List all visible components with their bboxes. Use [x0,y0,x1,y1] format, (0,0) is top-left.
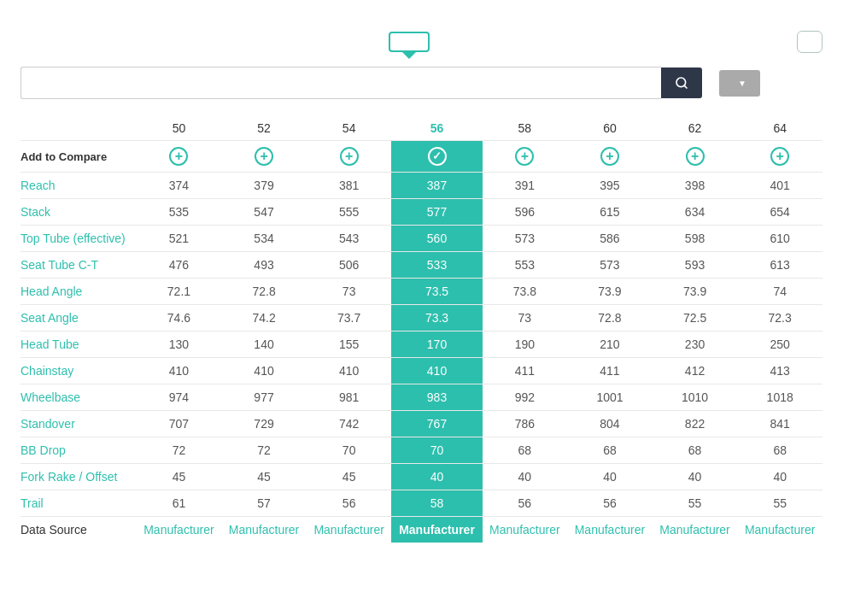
cell-4-0: 476 [137,252,222,279]
cell-7-4: 190 [483,331,568,358]
cell-1-0: 374 [137,173,222,199]
row-label: Wheelbase [20,384,137,411]
cell-4-5: 573 [567,252,653,279]
cell-4-7: 613 [737,252,823,279]
cell-2-2: 555 [307,199,392,226]
cell-4-2: 506 [307,252,392,279]
cell-2-4: 596 [483,199,568,226]
cell-10-4: 786 [483,411,568,437]
cell-13-6: 55 [653,490,738,517]
cell-14-6: Manufacturer [653,517,738,543]
label-column-header [20,116,137,141]
cell-10-2: 742 [307,411,392,437]
cell-9-7: 1018 [737,384,823,411]
add-compare-icon[interactable]: + [169,147,188,166]
cell-2-0: 535 [137,199,222,226]
cell-13-2: 56 [307,490,392,517]
data-source-link[interactable]: Manufacturer [659,523,729,537]
search-input[interactable] [20,67,661,99]
cell-13-7: 55 [737,490,823,517]
cell-7-0: 130 [137,331,222,358]
choose-bike-button[interactable] [389,32,430,52]
cell-0-3: ✓ [391,141,482,173]
search-button[interactable] [661,67,702,98]
add-compare-icon[interactable]: + [515,147,534,166]
table-row: BB Drop7272707068686868 [20,437,823,464]
cell-9-6: 1010 [653,384,738,411]
row-label: Standover [20,411,137,437]
row-label: Stack [20,199,137,226]
add-compare-icon[interactable]: + [255,147,273,166]
data-source-link[interactable]: Manufacturer [489,523,559,537]
cell-5-5: 73.9 [567,279,653,305]
cell-9-3: 983 [391,384,482,411]
cell-4-4: 553 [483,252,568,279]
data-source-link[interactable]: Manufacturer [229,523,299,537]
cell-12-5: 40 [567,464,653,490]
size-header-54: 54 [307,116,392,141]
cell-10-0: 707 [137,411,222,437]
cell-12-2: 45 [307,464,392,490]
add-compare-icon[interactable]: + [770,147,789,166]
cell-8-1: 410 [221,358,307,384]
cell-8-6: 412 [653,358,738,384]
geometry-table: 5052545658606264 Add to Compare+++✓++++R… [20,116,823,543]
tooltip-box [797,31,823,53]
data-source-link[interactable]: Manufacturer [313,523,383,537]
cell-7-1: 140 [221,331,307,358]
row-label: Seat Angle [20,305,137,331]
cell-3-1: 534 [221,226,307,252]
add-compare-icon[interactable]: + [340,147,359,166]
cell-4-1: 493 [221,252,307,279]
cell-2-3: 577 [391,199,482,226]
cell-9-2: 981 [307,384,392,411]
cell-8-7: 413 [737,358,823,384]
cell-6-7: 72.3 [737,305,823,331]
add-compare-icon[interactable]: + [686,147,705,166]
cell-5-0: 72.1 [137,279,222,305]
cell-9-4: 992 [483,384,568,411]
table-row: Stack535547555577596615634654 [20,199,823,226]
cell-13-3: 58 [391,490,482,517]
size-header-64: 64 [737,116,823,141]
compare-1-button[interactable]: ▼ [719,70,760,97]
cell-8-0: 410 [137,358,222,384]
cell-0-1: + [221,141,307,173]
cell-0-4: + [483,141,568,173]
row-label: Top Tube (effective) [20,226,137,252]
row-label: Chainstay [20,358,137,384]
cell-11-5: 68 [567,437,653,464]
cell-2-5: 615 [567,199,653,226]
cell-1-7: 401 [737,173,823,199]
data-source-link[interactable]: Manufacturer [745,523,815,537]
size-header-56: 56 [391,116,482,141]
cell-6-0: 74.6 [137,305,222,331]
search-icon [675,76,688,90]
cell-10-7: 841 [737,411,823,437]
cell-5-7: 74 [737,279,823,305]
cell-1-1: 379 [221,173,307,199]
cell-7-5: 210 [567,331,653,358]
cell-12-7: 40 [737,464,823,490]
cell-6-1: 74.2 [221,305,307,331]
table-row: Reach374379381387391395398401 [20,173,823,199]
cell-5-2: 73 [307,279,392,305]
size-header-62: 62 [653,116,738,141]
table-row: Seat Tube C-T476493506533553573593613 [20,252,823,279]
cell-6-2: 73.7 [307,305,392,331]
svg-line-1 [684,85,687,88]
row-label: Seat Tube C-T [20,252,137,279]
cell-12-4: 40 [483,464,568,490]
size-header-60: 60 [567,116,653,141]
cell-11-1: 72 [221,437,307,464]
cell-5-3: 73.5 [391,279,482,305]
cell-5-4: 73.8 [483,279,568,305]
cell-3-0: 521 [137,226,222,252]
cell-11-0: 72 [137,437,222,464]
cell-14-5: Manufacturer [567,517,653,543]
table-row: Head Tube130140155170190210230250 [20,331,823,358]
data-source-link[interactable]: Manufacturer [143,523,214,537]
add-compare-icon[interactable]: + [600,147,619,166]
cell-6-4: 73 [483,305,568,331]
data-source-link[interactable]: Manufacturer [575,523,645,537]
